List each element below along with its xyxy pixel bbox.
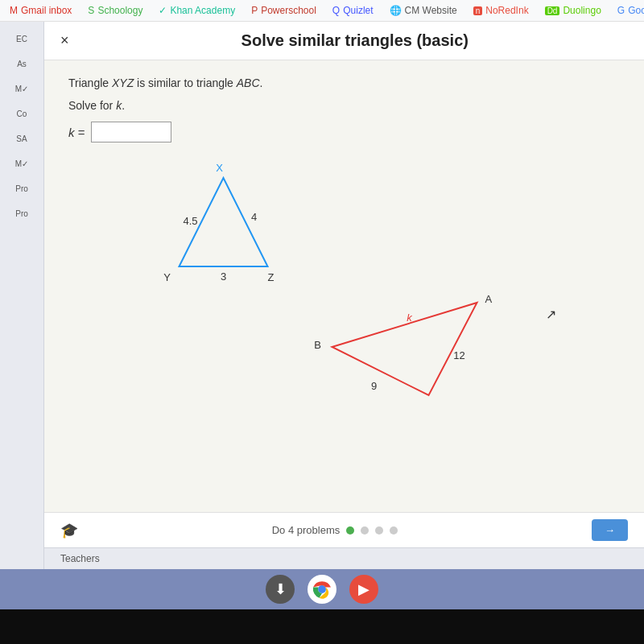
sidebar-item-as[interactable]: As [2,53,41,75]
chrome-logo-svg [312,579,332,600]
noredink-icon: n [473,6,483,15]
triangle-xyz-label: XYZ [112,76,134,89]
khan-icon: ✓ [159,5,167,16]
answer-row: k = [68,122,620,142]
bookmark-cm[interactable]: 🌐 CM Website [386,3,460,18]
sidebar-item-ec[interactable]: EC [2,28,41,50]
svg-point-0 [318,585,326,593]
problem-header: × Solve similar triangles (basic) [44,22,644,60]
label-b: B [314,339,321,351]
close-button[interactable]: × [60,32,69,49]
taskbar: ⬇ ▶ [0,569,644,609]
problem-statement: Triangle XYZ is similar to triangle ABC. [68,76,620,89]
browser-content: EC As M✓ Co SA M✓ Pro Pro × Solve simila… [0,22,644,569]
duolingo-icon: Dd [545,6,560,15]
label-x: X [216,162,223,174]
cursor-icon: ↗ [546,308,556,321]
next-button[interactable]: → [592,519,628,541]
bookmark-gmail[interactable]: M Gmail inbox [6,3,75,18]
label-y: Y [163,271,171,283]
triangles-area: X Y Z 4.5 4 3 A B k 12 9 [68,162,620,436]
gmail-icon: M [10,5,18,16]
powerschool-icon: P [251,5,258,16]
label-9-side: 9 [371,380,377,392]
teachers-bar: Teachers [44,547,644,569]
triangles-svg: X Y Z 4.5 4 3 A B k 12 9 [68,162,620,436]
quizlet-icon: Q [332,5,340,16]
footer-icon[interactable]: 🎓 [60,522,78,539]
problem-body: Triangle XYZ is similar to triangle ABC.… [44,60,644,512]
triangle-abc-label: ABC [237,76,260,89]
label-z: Z [268,271,275,283]
sidebar-item-co[interactable]: Co [2,103,41,125]
label-xy-side: 4.5 [183,215,197,227]
label-xz-side: 4 [251,211,257,223]
sidebar-item-mv1[interactable]: M✓ [2,78,41,100]
bookmarks-bar: M Gmail inbox S Schoology ✓ Khan Academy… [0,0,644,22]
do-problems-label: Do 4 problems [272,524,341,536]
taskbar-chrome-icon[interactable] [308,575,336,604]
sidebar-item-sa[interactable]: SA [2,128,41,150]
sidebar-item-mv2[interactable]: M✓ [2,153,41,175]
progress-dot-4 [390,526,398,535]
sidebar: EC As M✓ Co SA M✓ Pro Pro [0,22,44,569]
problem-footer: 🎓 Do 4 problems → [44,512,644,547]
solve-for-label: Solve for k. [68,99,620,112]
label-12-side: 12 [453,349,464,361]
answer-input[interactable] [91,122,171,142]
google-icon: G [617,5,625,16]
taskbar-download-icon[interactable]: ⬇ [266,575,295,604]
answer-prefix: k = [68,126,85,139]
bottom-area [0,609,644,644]
bookmark-quizlet[interactable]: Q Quizlet [329,3,377,18]
progress-dot-3 [375,526,383,535]
bookmark-noredink[interactable]: n NoRedInk [470,3,532,18]
bookmark-duolingo[interactable]: Dd Duolingo [542,3,605,18]
page-title: Solve similar triangles (basic) [82,31,628,50]
progress-dot-1 [346,526,354,535]
sidebar-item-pro2[interactable]: Pro [2,203,41,225]
main-content: × Solve similar triangles (basic) Triang… [44,22,644,569]
bookmark-powerschool[interactable]: P Powerschool [248,3,320,18]
taskbar-play-icon[interactable]: ▶ [349,575,378,604]
teachers-label: Teachers [60,553,100,564]
label-a: A [485,293,493,305]
label-yz-side: 3 [221,270,226,283]
progress-dot-2 [361,526,369,535]
bookmark-schoology[interactable]: S Schoology [85,3,146,18]
bookmark-google[interactable]: G Goog [614,3,644,18]
do-problems: Do 4 problems [272,524,398,536]
bookmark-khan[interactable]: ✓ Khan Academy [155,3,238,18]
cm-icon: 🌐 [390,5,402,16]
schoology-icon: S [88,5,94,16]
sidebar-item-pro1[interactable]: Pro [2,178,41,200]
